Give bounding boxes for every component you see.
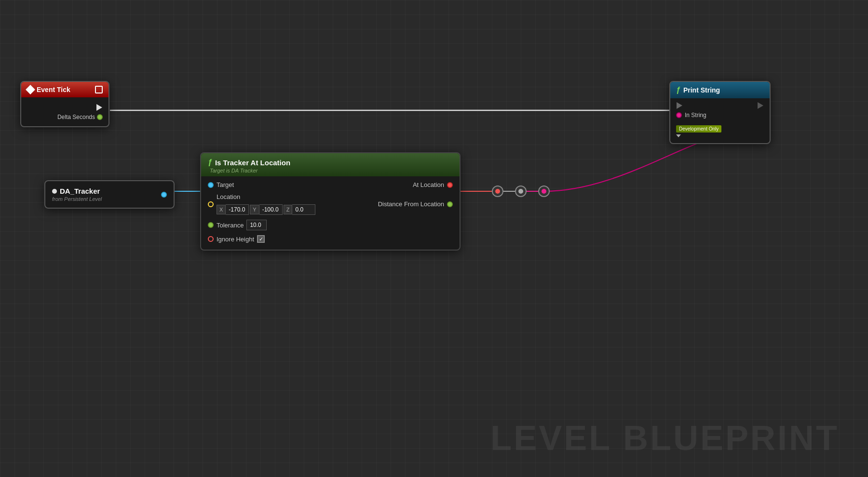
da-tracker-node: DA_Tracker from Persistent Level [44,180,175,209]
coord-y-value[interactable]: -100.0 [259,204,283,215]
delta-seconds-pin: Delta Seconds [27,114,103,120]
distance-output-pin [447,201,453,207]
in-string-label: In String [685,112,706,119]
tolerance-row: Tolerance 10.0 [208,220,453,230]
reroute-inner-2 [518,189,523,194]
ignore-height-input-pin [208,236,214,242]
location-label: Location [217,193,315,200]
event-tick-node: Event Tick Delta Seconds [20,81,109,127]
dev-only-badge: Development Only [676,125,721,132]
coord-z-field: Z 0.0 [284,204,316,215]
ignore-height-row: Ignore Height ✓ [208,235,453,243]
event-tick-header: Event Tick [21,82,108,97]
tracker-location-title: ƒ Is Tracker At Location [208,158,453,167]
target-input-pin [208,182,214,188]
event-tick-title: Event Tick [27,86,70,93]
print-string-label: Print String [683,86,720,94]
tolerance-input-pin [208,222,214,228]
close-button[interactable] [95,86,103,93]
da-tracker-output-pin [161,192,167,198]
ignore-height-label: Ignore Height [217,236,254,243]
da-tracker-info: DA_Tracker from Persistent Level [52,187,102,202]
coord-x-label: X [217,205,226,214]
tolerance-label: Tolerance [217,222,244,229]
in-string-pin [676,112,682,118]
da-tracker-pin-white [52,189,57,194]
delta-seconds-label: Delta Seconds [57,114,95,120]
tracker-location-node: ƒ Is Tracker At Location Target is DA Tr… [200,152,461,251]
coord-y-label: Y [250,205,259,214]
print-func-icon: ƒ [676,86,680,94]
delta-seconds-circle [97,114,103,120]
da-tracker-subtitle: from Persistent Level [52,196,102,202]
ignore-height-checkbox[interactable]: ✓ [257,235,265,243]
location-row: Location X -170.0 Y -100.0 Z 0.0 [208,193,453,215]
reroute-inner-3 [542,189,546,194]
target-row: Target At Location [208,181,453,188]
event-tick-label: Event Tick [37,86,70,93]
distance-right: Distance From Location [378,200,453,208]
tracker-location-subtitle: Target is DA Tracker [208,168,453,173]
da-tracker-body: DA_Tracker from Persistent Level [45,181,174,208]
coord-z-value[interactable]: 0.0 [292,204,315,215]
exec-output-arrow [96,104,103,111]
location-inputs: X -170.0 Y -100.0 Z 0.0 [217,204,315,215]
reroute-node-1[interactable] [492,186,503,197]
func-icon: ƒ [208,158,212,167]
ps-exec-input [676,102,683,109]
tracker-location-label: Is Tracker At Location [215,159,290,167]
in-string-row: In String [676,112,764,119]
diamond-icon [26,85,35,94]
at-location-output-pin [447,182,453,188]
target-left: Target [208,181,234,188]
da-tracker-label: DA_Tracker [60,187,100,195]
coord-x-field: X -170.0 [217,204,249,215]
event-tick-body: Delta Seconds [21,97,108,126]
tolerance-value[interactable]: 10.0 [246,220,267,230]
dev-only-dropdown[interactable] [676,134,681,137]
da-tracker-name-row: DA_Tracker [52,187,102,195]
coord-y-field: Y -100.0 [250,204,282,215]
reroute-node-2[interactable] [515,186,527,197]
watermark-text: LEVEL BLUEPRINT [490,418,839,458]
at-location-label: At Location [413,181,444,188]
exec-output-pin [27,104,103,111]
tracker-location-header: ƒ Is Tracker At Location Target is DA Tr… [201,153,460,176]
coord-x-value[interactable]: -170.0 [226,204,249,215]
location-left: Location X -170.0 Y -100.0 Z 0.0 [208,193,315,215]
coord-z-label: Z [284,205,293,214]
reroute-node-3[interactable] [538,186,550,197]
target-label: Target [217,181,234,188]
distance-from-location-label: Distance From Location [378,200,444,208]
location-input-pin [208,201,214,207]
print-string-body: In String Development Only [670,98,770,143]
reroute-inner-1 [495,189,500,194]
print-string-node: ƒ Print String In String Development Onl… [669,81,771,144]
at-location-right: At Location [413,181,453,188]
print-string-header: ƒ Print String [670,82,770,98]
tracker-location-body: Target At Location Location X -170.0 [201,176,460,250]
ps-exec-output [757,102,764,109]
